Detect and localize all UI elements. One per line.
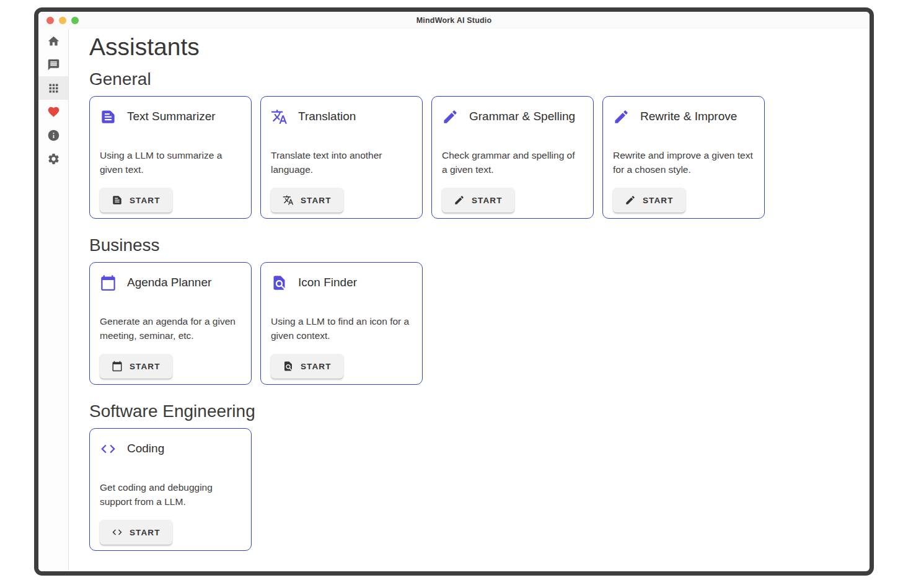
translate-icon bbox=[271, 108, 288, 125]
card-header: Text Summarizer bbox=[100, 107, 241, 126]
card-header: Translation bbox=[271, 107, 412, 126]
pencil-icon bbox=[454, 195, 465, 206]
card-description: Rewrite and improve a given text for a c… bbox=[613, 148, 754, 177]
find-in-page-icon bbox=[283, 361, 294, 372]
start-button-label: START bbox=[301, 362, 332, 371]
start-button[interactable]: START bbox=[100, 188, 172, 213]
assistant-card: TranslationTranslate text into another l… bbox=[260, 96, 423, 219]
start-button[interactable]: START bbox=[100, 520, 172, 545]
section-heading: Business bbox=[89, 235, 857, 255]
calendar-icon bbox=[100, 274, 117, 291]
pencil-icon bbox=[625, 195, 636, 206]
traffic-lights bbox=[46, 17, 79, 24]
card-row: Agenda PlannerGenerate an agenda for a g… bbox=[89, 262, 857, 385]
start-button[interactable]: START bbox=[613, 188, 685, 213]
pencil-icon bbox=[442, 108, 459, 125]
start-button[interactable]: START bbox=[271, 354, 343, 379]
chat-bubble-icon bbox=[47, 58, 60, 71]
card-description: Using a LLM to summarize a given text. bbox=[100, 148, 241, 177]
card-description: Translate text into another language. bbox=[271, 148, 412, 177]
find-in-page-icon bbox=[271, 274, 288, 291]
sidebar-item-about[interactable] bbox=[38, 123, 68, 147]
text-snippet-icon bbox=[100, 108, 117, 125]
zoom-button[interactable] bbox=[71, 17, 79, 24]
card-title: Translation bbox=[298, 110, 356, 123]
main-area: Assistants GeneralText SummarizerUsing a… bbox=[69, 29, 870, 571]
section: Software EngineeringCodingGet coding and… bbox=[89, 401, 857, 551]
start-button-label: START bbox=[130, 362, 161, 371]
card-header: Rewrite & Improve bbox=[613, 107, 754, 126]
card-description: Check grammar and spelling of a given te… bbox=[442, 148, 583, 177]
sidebar bbox=[38, 29, 69, 571]
card-title: Rewrite & Improve bbox=[640, 110, 737, 123]
translate-icon bbox=[283, 195, 294, 206]
card-title: Coding bbox=[127, 442, 164, 455]
start-button-label: START bbox=[301, 196, 332, 205]
sections: GeneralText SummarizerUsing a LLM to sum… bbox=[89, 69, 857, 551]
section-heading: General bbox=[89, 69, 857, 89]
card-title: Grammar & Spelling bbox=[469, 110, 575, 123]
start-button[interactable]: START bbox=[271, 188, 343, 213]
calendar-icon bbox=[112, 361, 123, 372]
card-description: Get coding and debugging support from a … bbox=[100, 480, 241, 509]
assistant-card: Agenda PlannerGenerate an agenda for a g… bbox=[89, 262, 252, 385]
assistant-card: Icon FinderUsing a LLM to find an icon f… bbox=[260, 262, 423, 385]
window-content: Assistants GeneralText SummarizerUsing a… bbox=[38, 29, 870, 571]
minimize-button[interactable] bbox=[59, 17, 66, 24]
card-title: Text Summarizer bbox=[127, 110, 216, 123]
gear-icon bbox=[47, 152, 60, 165]
heart-icon bbox=[47, 105, 60, 118]
apps-grid-icon bbox=[47, 82, 60, 95]
section: GeneralText SummarizerUsing a LLM to sum… bbox=[89, 69, 857, 219]
pencil-icon bbox=[613, 108, 630, 125]
start-button[interactable]: START bbox=[442, 188, 514, 213]
home-icon bbox=[47, 35, 60, 48]
sidebar-item-assistants[interactable] bbox=[38, 76, 68, 100]
start-button-label: START bbox=[472, 196, 503, 205]
assistant-card: CodingGet coding and debugging support f… bbox=[89, 428, 252, 551]
sidebar-item-home[interactable] bbox=[38, 29, 68, 53]
card-header: Agenda Planner bbox=[100, 273, 241, 292]
card-description: Using a LLM to find an icon for a given … bbox=[271, 314, 412, 343]
code-icon bbox=[112, 527, 123, 538]
start-button-label: START bbox=[130, 528, 161, 537]
sidebar-item-chats[interactable] bbox=[38, 53, 68, 76]
start-button-label: START bbox=[643, 196, 674, 205]
card-description: Generate an agenda for a given meeting, … bbox=[100, 314, 241, 343]
info-icon bbox=[47, 129, 60, 142]
card-row: CodingGet coding and debugging support f… bbox=[89, 428, 857, 551]
window-title: MindWork AI Studio bbox=[416, 16, 492, 25]
card-title: Icon Finder bbox=[298, 276, 357, 289]
code-icon bbox=[100, 441, 117, 457]
card-row: Text SummarizerUsing a LLM to summarize … bbox=[89, 96, 857, 219]
start-button[interactable]: START bbox=[100, 354, 172, 379]
page-title: Assistants bbox=[89, 33, 857, 61]
sidebar-item-settings[interactable] bbox=[38, 147, 68, 170]
assistant-card: Rewrite & ImproveRewrite and improve a g… bbox=[602, 96, 765, 219]
text-snippet-icon bbox=[112, 195, 123, 206]
titlebar: MindWork AI Studio bbox=[38, 12, 870, 29]
card-title: Agenda Planner bbox=[127, 276, 211, 289]
section-heading: Software Engineering bbox=[89, 401, 857, 421]
app-window: MindWork AI Studio Assistants GeneralTex… bbox=[34, 7, 874, 576]
card-header: Icon Finder bbox=[271, 273, 412, 292]
assistant-card: Text SummarizerUsing a LLM to summarize … bbox=[89, 96, 252, 219]
card-header: Coding bbox=[100, 439, 241, 458]
assistant-card: Grammar & SpellingCheck grammar and spel… bbox=[431, 96, 594, 219]
section: BusinessAgenda PlannerGenerate an agenda… bbox=[89, 235, 857, 385]
start-button-label: START bbox=[130, 196, 161, 205]
close-button[interactable] bbox=[46, 17, 54, 24]
card-header: Grammar & Spelling bbox=[442, 107, 583, 126]
sidebar-item-supporters[interactable] bbox=[38, 100, 68, 123]
